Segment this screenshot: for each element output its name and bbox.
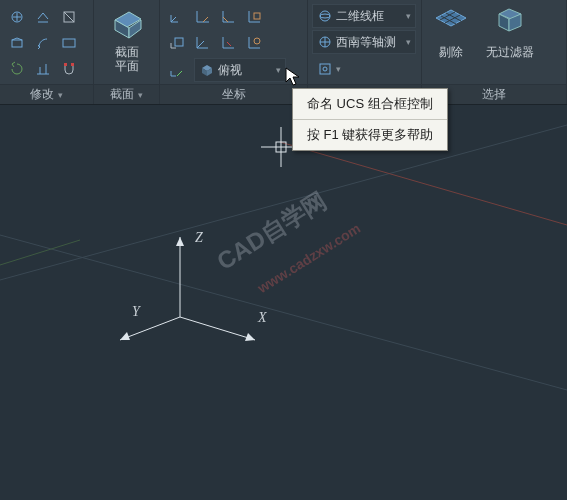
compass-icon (317, 34, 333, 50)
svg-point-9 (320, 11, 330, 21)
named-ucs-combo[interactable]: 俯视 ▾ (194, 58, 286, 82)
ucs-y-icon[interactable] (216, 4, 242, 30)
panel-modify: 修改 ▾ (0, 0, 94, 104)
tooltip-title: 命名 UCS 组合框控制 (293, 89, 447, 119)
ucs-axis-indicator: X Y Z (140, 222, 300, 385)
ucs-x-icon[interactable] (190, 4, 216, 30)
svg-rect-5 (71, 63, 74, 66)
panel-label: 修改 (30, 86, 54, 103)
no-filter-button[interactable]: 无过滤器 (478, 2, 542, 61)
svg-rect-3 (63, 39, 75, 47)
cube-icon (199, 62, 215, 78)
svg-rect-6 (254, 13, 260, 19)
axis-x-label: X (258, 310, 267, 326)
visual-style-combo[interactable]: 二维线框 ▾ (312, 4, 416, 28)
panel-label: 坐标 (222, 86, 246, 103)
section-plane-label: 截面平面 (115, 45, 139, 73)
erase-label: 剔除 (439, 44, 463, 61)
sphere-icon (317, 8, 333, 24)
ribbon: 修改 ▾ 截面平面 截面 ▾ (0, 0, 567, 105)
svg-rect-4 (64, 63, 67, 66)
tool-align-icon[interactable] (30, 56, 56, 82)
filter-icon (493, 6, 527, 40)
svg-point-10 (320, 14, 330, 18)
ucs-face-icon[interactable] (164, 30, 190, 56)
tool-presspull-icon[interactable] (30, 4, 56, 30)
section-plane-button[interactable]: 截面平面 (103, 4, 151, 73)
chevron-down-icon: ▾ (58, 90, 63, 100)
tool-extrude-icon[interactable] (4, 4, 30, 30)
ucs-origin-icon[interactable] (164, 58, 190, 84)
tool-rotate-icon[interactable] (4, 56, 30, 82)
panel-label: 选择 (482, 86, 506, 103)
panel-label: 截面 (110, 86, 134, 103)
combo-label: 西南等轴测 (336, 34, 403, 51)
section-plane-icon (109, 6, 145, 42)
chevron-down-icon: ▾ (406, 37, 411, 47)
erase-button[interactable]: 剔除 (424, 2, 478, 61)
svg-point-13 (323, 67, 327, 71)
ucs-z-icon[interactable] (242, 4, 268, 30)
ucs-3point-icon[interactable] (216, 30, 242, 56)
chevron-down-icon: ▾ (138, 90, 143, 100)
chevron-down-icon[interactable]: ▾ (336, 64, 341, 74)
view-pick-icon[interactable] (312, 56, 338, 82)
cursor-pointer-icon (285, 67, 301, 87)
tool-smooth-icon[interactable] (4, 30, 30, 56)
tool-magnet-icon[interactable] (56, 56, 82, 82)
ucs-prev-icon[interactable] (242, 30, 268, 56)
ucs-world-icon[interactable] (164, 4, 190, 30)
tool-trim-icon[interactable] (56, 30, 82, 56)
panel-section-title[interactable]: 截面 ▾ (94, 84, 159, 104)
tool-flatten-icon[interactable] (56, 4, 82, 30)
chevron-down-icon: ▾ (406, 11, 411, 21)
tool-offset-icon[interactable] (30, 30, 56, 56)
combo-label: 二维线框 (336, 8, 403, 25)
modify-grid (4, 4, 82, 82)
tooltip-help: 按 F1 键获得更多帮助 (293, 119, 447, 150)
tooltip: 命名 UCS 组合框控制 按 F1 键获得更多帮助 (292, 88, 448, 151)
svg-point-8 (254, 38, 260, 44)
drawing-canvas[interactable]: X Y Z CAD自学网 www.cadzxw.com (0, 105, 567, 500)
chevron-down-icon: ▾ (276, 65, 281, 75)
panel-section: 截面平面 截面 ▾ (94, 0, 160, 104)
ucs-view-icon[interactable] (190, 30, 216, 56)
grid-icon (434, 6, 468, 40)
axis-y-label: Y (132, 304, 140, 320)
svg-rect-12 (320, 64, 330, 74)
svg-rect-7 (175, 38, 183, 46)
combo-label: 俯视 (218, 62, 273, 79)
ucs-grid (164, 4, 268, 56)
axis-z-label: Z (195, 230, 203, 246)
panel-modify-title[interactable]: 修改 ▾ (0, 84, 93, 104)
panel-coord: 俯视 ▾ 坐标 (160, 0, 308, 104)
svg-rect-2 (12, 40, 22, 47)
no-filter-label: 无过滤器 (486, 44, 534, 61)
view-direction-combo[interactable]: 西南等轴测 ▾ (312, 30, 416, 54)
